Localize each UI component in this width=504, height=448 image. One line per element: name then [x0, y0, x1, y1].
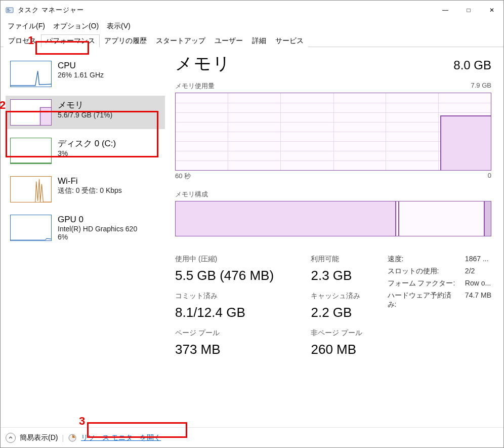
composition-label: メモリ構成: [175, 190, 208, 199]
avail-label: 利用可能: [311, 255, 375, 264]
sidebar-item-wifi[interactable]: Wi-Fi 送信: 0 受信: 0 Kbps: [6, 173, 165, 206]
memory-usage-chart: [175, 93, 491, 171]
svg-rect-1: [7, 9, 9, 10]
fewer-details-button[interactable]: 簡易表示(D): [20, 433, 58, 442]
wifi-thumb: [10, 176, 52, 202]
form-value: Row o...: [465, 279, 491, 288]
inuse-value: 5.5 GB (476 MB): [175, 268, 299, 283]
cpu-sub: 26% 1.61 GHz: [58, 71, 104, 79]
body: CPU 26% 1.61 GHz メモリ 5.6/7.9 GB (71%): [1, 47, 503, 427]
disk-name: ディスク 0 (C:): [58, 138, 116, 149]
main-title: メモリ: [175, 52, 231, 75]
speed-label: 速度:: [388, 255, 458, 264]
titlebar: タスク マネージャー — □ ✕: [1, 1, 503, 20]
resmon-icon: [68, 433, 77, 442]
tab-details[interactable]: 詳細: [247, 34, 271, 47]
svg-rect-2: [7, 10, 11, 11]
fewer-details-icon[interactable]: [6, 433, 16, 443]
maximize-button[interactable]: □: [457, 2, 480, 18]
tab-performance[interactable]: パフォーマンス: [41, 34, 100, 47]
speed-value: 1867 ...: [465, 255, 491, 264]
axis-right: 0: [488, 172, 491, 181]
footer-separator: |: [62, 434, 64, 442]
axis-left: 60 秒: [175, 172, 191, 181]
slots-label: スロットの使用:: [388, 267, 458, 276]
task-manager-window: タスク マネージャー — □ ✕ ファイル(F) オプション(O) 表示(V) …: [0, 0, 504, 448]
hw-value: 74.7 MB: [465, 291, 491, 309]
svg-marker-4: [40, 107, 51, 125]
minimize-button[interactable]: —: [434, 2, 457, 18]
paged-value: 373 MB: [175, 342, 299, 357]
sidebar-item-memory[interactable]: メモリ 5.6/7.9 GB (71%): [6, 96, 165, 129]
menubar: ファイル(F) オプション(O) 表示(V): [1, 20, 503, 33]
commit-label: コミット済み: [175, 292, 299, 301]
avail-value: 2.3 GB: [311, 268, 375, 283]
memory-composition-bar: [175, 201, 491, 236]
main-header: メモリ 8.0 GB: [175, 52, 491, 75]
nonpaged-label: 非ページ プール: [311, 329, 375, 338]
sidebar: CPU 26% 1.61 GHz メモリ 5.6/7.9 GB (71%): [1, 47, 170, 427]
close-button[interactable]: ✕: [480, 2, 503, 18]
cpu-thumb: [10, 61, 52, 87]
sidebar-item-gpu[interactable]: GPU 0 Intel(R) HD Graphics 620 6%: [6, 211, 165, 245]
tab-services[interactable]: サービス: [271, 34, 308, 47]
usage-label: メモリ使用量: [175, 82, 215, 91]
gpu-thumb: [10, 215, 52, 241]
menu-view[interactable]: 表示(V): [104, 21, 134, 32]
app-icon: [6, 6, 14, 14]
wifi-sub: 送信: 0 受信: 0 Kbps: [58, 186, 122, 195]
main-pane: メモリ 8.0 GB メモリ使用量 7.9 GB: [170, 47, 503, 427]
kv-block: 速度: 1867 ... スロットの使用: 2/2 フォーム ファクター: Ro…: [388, 255, 491, 309]
gpu-name: GPU 0: [58, 215, 137, 225]
memory-name: メモリ: [58, 99, 112, 111]
sidebar-item-disk[interactable]: ディスク 0 (C:) 3%: [6, 134, 165, 168]
hw-label: ハードウェア予約済み:: [388, 291, 458, 309]
paged-label: ページ プール: [175, 329, 299, 338]
gpu-sub: Intel(R) HD Graphics 620: [58, 225, 137, 233]
menu-options[interactable]: オプション(O): [50, 21, 102, 32]
footer: 簡易表示(D) | リソース モニターを開く: [1, 427, 503, 447]
gpu-sub2: 6%: [58, 233, 137, 241]
disk-thumb: [10, 138, 52, 164]
usage-max: 7.9 GB: [471, 82, 491, 91]
form-label: フォーム ファクター:: [388, 279, 458, 288]
svg-rect-3: [7, 11, 10, 12]
open-resource-monitor-link[interactable]: リソース モニターを開く: [81, 433, 161, 442]
tab-startup[interactable]: スタートアップ: [151, 34, 210, 47]
stats: 使用中 (圧縮) 5.5 GB (476 MB) コミット済み 8.1/12.4…: [175, 255, 491, 357]
tabstrip: プロセス パフォーマンス アプリの履歴 スタートアップ ユーザー 詳細 サービス: [1, 33, 503, 47]
commit-value: 8.1/12.4 GB: [175, 305, 299, 320]
memory-thumb: [10, 99, 52, 126]
menu-file[interactable]: ファイル(F): [5, 21, 48, 32]
cpu-name: CPU: [58, 61, 104, 71]
cached-label: キャッシュ済み: [311, 292, 375, 301]
inuse-label: 使用中 (圧縮): [175, 255, 299, 264]
wifi-name: Wi-Fi: [58, 176, 122, 186]
slots-value: 2/2: [465, 267, 491, 276]
memory-sub: 5.6/7.9 GB (71%): [58, 111, 112, 119]
tab-users[interactable]: ユーザー: [210, 34, 247, 47]
main-total: 8.0 GB: [453, 58, 491, 72]
tab-history[interactable]: アプリの履歴: [100, 34, 151, 47]
tab-processes[interactable]: プロセス: [4, 34, 41, 47]
window-title: タスク マネージャー: [18, 6, 434, 15]
nonpaged-value: 260 MB: [311, 342, 375, 357]
disk-sub: 3%: [58, 149, 116, 157]
sidebar-item-cpu[interactable]: CPU 26% 1.61 GHz: [6, 57, 165, 91]
cached-value: 2.2 GB: [311, 305, 375, 320]
